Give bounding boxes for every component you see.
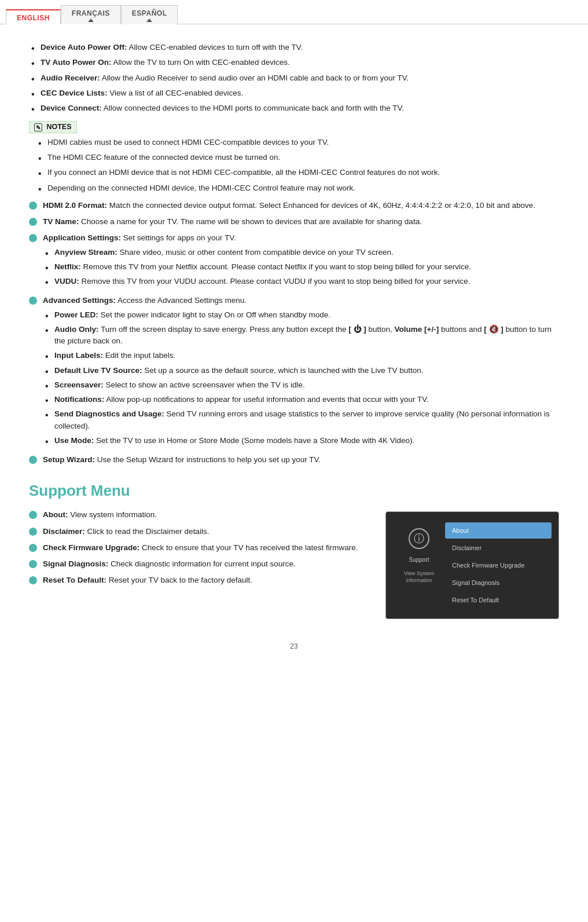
tv-menu-item-disclaimer[interactable]: Disclaimer [445,540,552,556]
circle-dot [29,297,37,305]
circle-item-content: Disclaimer: Click to read the Disclaimer… [43,526,372,537]
tab-espanol[interactable]: ESPAÑOL [121,5,178,24]
sub-bullet-list: Anyview Stream: Share video, music or ot… [43,247,559,288]
item-text: Choose a name for your TV. The name will… [81,217,422,226]
circle-item: About: View system information. [29,509,372,521]
list-item: Input Labels: Edit the input labels. [43,350,559,361]
circle-item-content: About: View system information. [43,509,372,521]
circle-item-content: TV Name: Choose a name for your TV. The … [43,216,559,228]
item-text: Allow the TV to turn On with CEC-enabled… [113,58,290,67]
item-bold: Netflix: [54,262,81,271]
item-bold: Screensaver: [54,380,104,389]
tv-mockup-inner: ⓘ Support View System information About … [393,519,552,612]
item-bold: Send Diagnostics and Usage: [54,409,164,418]
item-text: Allow connected devices to the HDMI port… [104,104,404,112]
circle-item: Reset To Default: Reset your TV back to … [29,575,372,586]
notes-label: NOTES [46,123,71,131]
item-bold: Signal Diagnosis: [43,559,108,568]
item-text: Allow the Audio Receiver to send audio o… [102,74,409,82]
circle-item-content: Signal Diagnosis: Check diagnostic infor… [43,558,372,570]
list-item: TV Auto Power On: Allow the TV to turn O… [29,57,559,68]
list-item: Send Diagnostics and Usage: Send TV runn… [43,408,559,432]
tv-menu-item-about[interactable]: About [445,522,552,539]
circle-dot [29,544,37,552]
circle-dot [29,456,37,464]
item-bold: Power LED: [54,310,98,319]
item-bold: CEC Device Lists: [41,89,108,97]
item-bold: Default Live TV Source: [54,366,142,375]
item-bold: HDMI 2.0 Format: [43,201,107,210]
list-item: Screensaver: Select to show an active sc… [43,379,559,391]
support-menu-heading: Support Menu [29,482,559,500]
item-bold: Reset To Default: [43,576,106,584]
tv-menu-item-signal[interactable]: Signal Diagnosis [445,575,552,591]
item-text: Click to read the Disclaimer details. [87,527,210,536]
item-text: Depending on the connected HDMI device, … [47,184,355,192]
item-text: Set up a source as the default source, w… [144,366,423,375]
circle-dot [29,202,37,210]
item-bold: Setup Wizard: [43,455,95,464]
list-item: CEC Device Lists: View a list of all CEC… [29,87,559,99]
list-item: If you connect an HDMI device that is no… [36,167,559,178]
item-bold: TV Name: [43,217,79,226]
tv-menu-item-firmware[interactable]: Check Firmware Upgrade [445,557,552,573]
item-bold: Device Connect: [41,104,102,112]
list-item: VUDU: Remove this TV from your VUDU acco… [43,276,559,287]
item-text: Select to show an active screensaver whe… [106,380,305,389]
item-bold: Audio Receiver: [41,74,100,82]
tv-menu-item-label: About [452,527,469,534]
circle-item: Setup Wizard: Use the Setup Wizard for i… [29,454,559,466]
item-text: Edit the input labels. [105,351,176,360]
item-bold: Input Labels: [54,351,103,360]
list-item: Notifications: Allow pop-up notification… [43,394,559,405]
item-bold: VUDU: [54,277,79,286]
language-tabs: ENGLISH FRANÇAIS ESPAÑOL [0,0,588,24]
tab-francais-label: FRANÇAIS [72,9,110,17]
tv-menu-item-label: Disclaimer [452,544,482,551]
list-item: Audio Receiver: Allow the Audio Receiver… [29,72,559,84]
circle-items-container: HDMI 2.0 Format: Match the connected dev… [29,200,559,466]
item-text: Set settings for apps on your TV. [123,233,236,242]
item-bold: TV Auto Power On: [41,58,112,67]
circle-item: TV Name: Choose a name for your TV. The … [29,216,559,228]
item-text: Check diagnostic information for current… [111,559,296,568]
espanol-arrow [146,19,152,22]
tab-francais[interactable]: FRANÇAIS [61,5,121,24]
list-item: Power LED: Set the power indicator light… [43,309,559,321]
item-bold: About: [43,510,68,519]
item-text: Set the TV to use in Home or Store Mode … [96,436,414,445]
tab-english[interactable]: ENGLISH [6,9,61,24]
list-item: Device Auto Power Off: Allow CEC-enabled… [29,42,559,53]
tv-menu-item-reset[interactable]: Reset To Default [445,592,552,608]
item-bold: Device Auto Power Off: [41,43,127,52]
item-text: HDMI cables must be used to connect HDMI… [47,138,329,147]
item-text: View a list of all CEC-enabled devices. [109,89,243,97]
support-section: About: View system information. Disclaim… [29,509,559,619]
notes-box: ✎ NOTES [29,121,77,133]
circle-item-content: Advanced Settings: Access the Advanced S… [43,295,559,449]
item-text: Check to ensure that your TV has receive… [142,543,358,552]
circle-item-content: Check Firmware Upgrade: Check to ensure … [43,542,372,554]
list-item: Depending on the connected HDMI device, … [36,182,559,194]
main-content: Device Auto Power Off: Allow CEC-enabled… [0,24,588,679]
top-bullet-list: Device Auto Power Off: Allow CEC-enabled… [29,42,559,114]
tv-menu-item-label: Reset To Default [452,597,499,603]
circle-item: Disclaimer: Click to read the Disclaimer… [29,526,372,537]
tv-mockup: ⓘ Support View System information About … [385,511,559,619]
item-text: Remove this TV from your Netflix account… [83,262,472,271]
circle-item: Signal Diagnosis: Check diagnostic infor… [29,558,372,570]
notes-icon: ✎ [34,123,42,131]
item-text: Reset your TV back to the factory defaul… [109,576,252,584]
list-item: HDMI cables must be used to connect HDMI… [36,137,559,148]
item-text: The HDMI CEC feature of the connected de… [47,153,280,162]
item-bold: Use Mode: [54,436,94,445]
circle-item: Advanced Settings: Access the Advanced S… [29,295,559,449]
circle-dot [29,528,37,536]
francais-arrow [88,19,94,22]
notes-bullet-list: HDMI cables must be used to connect HDMI… [36,137,559,194]
circle-item-content: Application Settings: Set settings for a… [43,232,559,290]
circle-dot [29,560,37,568]
item-text: If you connect an HDMI device that is no… [47,168,440,177]
item-bold: Notifications: [54,395,104,404]
tv-menu-item-label: Signal Diagnosis [452,579,499,586]
